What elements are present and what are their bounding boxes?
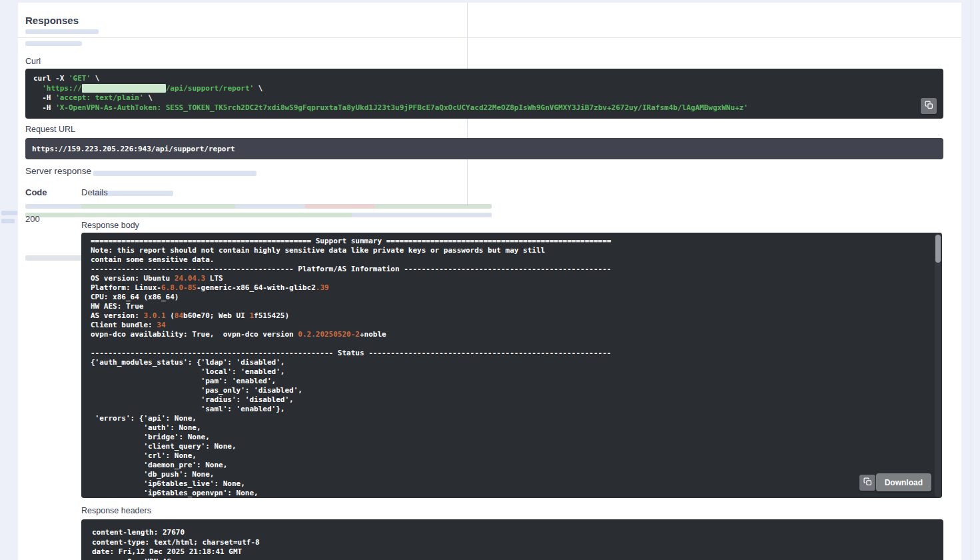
ghost-artifact: [1, 211, 17, 215]
curl-command-block: curl -X 'GET' \ 'https://159.223.205.226…: [25, 69, 943, 119]
code-line: 'bridge': None,: [91, 433, 926, 442]
code-line: 'db_push': None,: [91, 470, 926, 479]
code-line: ========================================…: [91, 237, 926, 246]
code-line: Platform: Linux-6.8.0-85-generic-x86_64-…: [91, 283, 926, 293]
code-line: AS version: 3.0.1 (84b60e70; Web UI 1f51…: [91, 311, 926, 321]
code-line: 'saml': 'enabled'},: [91, 405, 926, 414]
code-line: contain some sensitive data.: [91, 255, 926, 265]
ghost-artifact: [93, 171, 256, 176]
code-column-header: Code: [25, 187, 47, 197]
code-line: -H 'X-OpenVPN-As-AuthToken: SESS_TOKEN_T…: [33, 103, 935, 113]
code-line: 'daemon_pre': None,: [91, 461, 926, 470]
response-body-text: ========================================…: [91, 237, 926, 498]
code-line: curl -X 'GET' \: [33, 74, 935, 84]
server-response-label: Server response: [25, 166, 91, 176]
code-line: ovpn-dco availability: True, ovpn-dco ve…: [91, 330, 926, 339]
code-line: content-type: text/html; charset=utf-8: [92, 538, 933, 548]
code-line: 'errors': {'api': None,: [91, 414, 926, 423]
response-headers-text: content-length: 27670content-type: text/…: [92, 528, 933, 560]
response-body-label: Response body: [81, 221, 139, 230]
clipboard-icon: [863, 477, 872, 488]
curl-command-text: curl -X 'GET' \ 'https://159.223.205.226…: [33, 74, 935, 113]
code-line: 'local': 'enabled',: [91, 367, 926, 377]
ghost-artifact: [25, 41, 82, 46]
response-body-scrollbar[interactable]: [935, 233, 941, 497]
ghost-artifact: [1, 219, 15, 223]
responses-section-title: Responses: [25, 15, 79, 26]
code-line: ----------------------------------------…: [91, 265, 926, 274]
code-line: 'https://159.223.205.226:943/api/support…: [33, 84, 935, 94]
request-url-label: Request URL: [25, 125, 75, 134]
code-line: HW AES: True: [91, 302, 926, 311]
code-line: 'radius': 'disabled',: [91, 395, 926, 405]
code-line: Client bundle: 34: [91, 321, 926, 330]
copy-curl-button[interactable]: [921, 98, 937, 114]
code-line: 'ip6tables_live': None,: [91, 479, 926, 489]
curl-label: Curl: [25, 57, 41, 66]
code-line: -H 'accept: text/plain' \: [33, 93, 935, 103]
code-line: 'ip6tables_openvpn': None,: [91, 489, 926, 498]
code-line: 'client_query': None,: [91, 442, 926, 451]
details-column-header: Details: [81, 187, 108, 197]
code-line: OS version: Ubuntu 24.04.3 LTS: [91, 274, 926, 283]
request-url-bar: https://159.223.205.226:943/api/support/…: [25, 138, 943, 159]
code-line: 'auth': None,: [91, 423, 926, 433]
redacted-host: 159.223.205.226:943: [82, 84, 166, 93]
swagger-responses-panel: Responses Curl curl -X 'GET' \ 'https://…: [18, 3, 961, 560]
status-code: 200: [25, 214, 40, 224]
ghost-artifact: [25, 29, 99, 34]
code-line: 'pas_only': 'disabled',: [91, 386, 926, 395]
response-headers-label: Response headers: [81, 506, 151, 515]
code-line: content-length: 27670: [92, 528, 933, 538]
copy-response-button[interactable]: [859, 475, 875, 491]
code-line: 'crl': None,: [91, 451, 926, 461]
ghost-artifact: [25, 204, 492, 209]
code-line: ----------------------------------------…: [91, 349, 926, 358]
response-headers-block: content-length: 27670content-type: text/…: [81, 519, 943, 560]
code-line: server: OpenVPN-AS: [92, 557, 933, 560]
page-edge-line: [971, 0, 971, 560]
code-line: 'pam': 'enabled',: [91, 377, 926, 386]
request-url-value: https://159.223.205.226:943/api/support/…: [32, 145, 235, 153]
code-line: {'auth_modules_status': {'ldap': 'disabl…: [91, 358, 926, 367]
section-divider: [18, 37, 961, 38]
code-line: CPU: x86_64 (x86_64): [91, 293, 926, 302]
code-line: [91, 339, 926, 349]
code-line: Note: this report should not contain hig…: [91, 246, 926, 255]
ghost-artifact: [25, 213, 492, 217]
clipboard-icon: [925, 101, 933, 111]
code-line: date: Fri,12 Dec 2025 21:18:41 GMT: [92, 547, 933, 557]
download-button[interactable]: Download: [876, 473, 931, 491]
response-body-block: ========================================…: [81, 233, 942, 498]
scrollbar-thumb[interactable]: [935, 235, 941, 263]
ghost-artifact: [25, 255, 89, 261]
